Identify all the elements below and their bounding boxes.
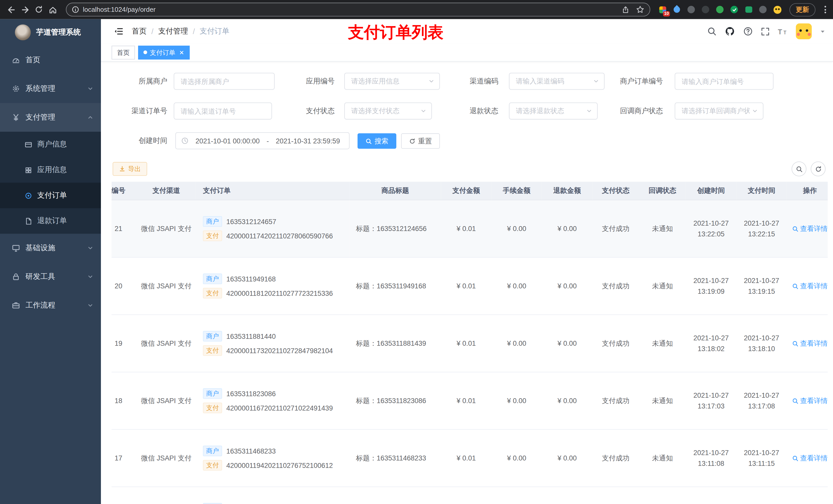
col-callback-status: 回调状态 [639,182,686,200]
toggle-search-button[interactable] [791,161,806,176]
merchant-filter-input[interactable] [174,73,275,90]
channel-code-filter-select[interactable]: 请输入渠道编码 [509,73,604,90]
extension-chat-icon[interactable] [744,5,753,14]
cell-actions: 查看详情 [787,430,828,487]
help-icon[interactable] [743,27,753,36]
date-range-start: 2021-10-01 00:00:00 [192,137,264,145]
search-button[interactable]: 搜索 [358,134,396,149]
view-detail-link[interactable]: 查看详情 [792,453,828,463]
create-time-filter-label: 创建时间 [109,132,167,149]
logo-avatar [15,24,31,40]
view-detail-link[interactable]: 查看详情 [792,396,828,405]
briefcase-icon [12,301,20,310]
sidebar-item-pay-management[interactable]: 支付管理 [0,103,101,131]
tab-home[interactable]: 首页 [112,45,135,59]
sidebar-item-pay-order[interactable]: 支付订单 [0,183,101,208]
close-icon[interactable] [179,50,185,55]
cell-amount: ¥ 0.01 [441,257,491,315]
fold-icon[interactable] [114,27,123,36]
sidebar-item-system[interactable]: 系统管理 [0,74,101,103]
refund-status-filter-select[interactable]: 请选择退款状态 [509,102,598,119]
table-row: 20 微信 JSAPI 支付 商户 1635311949168 支付 42000… [112,257,828,315]
app-logo[interactable]: 芋道管理系统 [0,19,101,46]
bookmark-star-icon[interactable] [636,5,644,14]
cell-amount: ¥ 0.01 [441,372,491,430]
sidebar-item-workflow[interactable]: 工作流程 [0,291,101,320]
info-icon[interactable] [72,6,79,13]
merchant-tag: 商户 [203,388,222,399]
extension-grid-icon[interactable]: 10 [658,5,667,14]
sidebar-item-merchant-info[interactable]: 商户信息 [0,131,101,157]
app-filter-select[interactable]: 请选择应用信息 [344,73,440,90]
create-time-range-picker[interactable]: 2021-10-01 00:00:00 - 2021-10-31 23:59:5… [175,132,349,149]
fullscreen-icon[interactable] [761,27,770,36]
reload-icon[interactable] [32,3,46,16]
merchant-order-no: 1635311949168 [227,275,276,283]
reset-button[interactable]: 重置 [401,134,440,149]
back-icon[interactable] [4,3,18,16]
view-detail-link[interactable]: 查看详情 [792,281,828,291]
col-refund: 退款金额 [542,182,592,200]
monitor-icon [12,244,20,252]
cell-pay-order: 商户 1635311823086 支付 42000011672021102710… [195,372,349,430]
caret-down-icon[interactable] [820,28,826,34]
user-avatar[interactable] [796,23,812,39]
sidebar-menu: 首页 系统管理 支付管理 商户信息 应用信息 [0,46,101,320]
sidebar-item-devtools[interactable]: 研发工具 [0,263,101,291]
tab-pay-order[interactable]: 支付订单 [138,45,190,59]
cell-amount [441,487,491,504]
browser-update-button[interactable]: 更新 [789,3,815,16]
merchant-tag: 商户 [203,216,222,226]
cell-pay-status: 支付成功 [593,430,639,487]
home-icon[interactable] [46,3,60,16]
extension-icon-1[interactable] [687,5,696,14]
sidebar-item-infrastructure[interactable]: 基础设施 [0,234,101,263]
extension-icon-3[interactable] [715,5,724,14]
merchant-order-no: 1635311881440 [227,332,276,340]
font-size-icon[interactable]: TT [778,27,788,36]
cell-callback-status: 未通知 [639,372,686,430]
table-row: 21 微信 JSAPI 支付 商户 1635312124657 支付 42000… [112,200,828,257]
callback-status-filter-select[interactable]: 请选择订单回调商户状态 [675,102,763,119]
url-bar[interactable]: localhost:1024/pay/order [66,3,650,16]
extension-face-icon[interactable] [772,5,782,14]
sidebar-item-refund-order[interactable]: 退款订单 [0,208,101,234]
extension-icon-2[interactable] [701,5,710,14]
cell-channel [137,487,195,504]
channel-order-no-filter-input[interactable] [174,102,272,119]
search-icon[interactable] [707,27,716,36]
merchant-order-no-filter-input[interactable] [675,73,774,90]
sidebar-item-home[interactable]: 首页 [0,46,101,74]
sidebar-item-app-info[interactable]: 应用信息 [0,157,101,183]
cell-channel: 微信 JSAPI 支付 [137,257,195,315]
cell-title [350,487,441,504]
share-icon[interactable] [622,6,629,14]
browser-chrome: localhost:1024/pay/order 10 更新 [0,0,833,19]
extension-drop-icon[interactable] [672,5,682,14]
view-detail-link[interactable]: 查看详情 [792,224,828,233]
refresh-table-button[interactable] [811,161,826,176]
kebab-menu-icon[interactable] [821,6,829,13]
pay-tag: 支付 [203,345,222,356]
github-icon[interactable] [724,26,735,37]
cell-amount: ¥ 0.01 [441,200,491,257]
cell-create-time: 2021-10-2713:17:03 [686,372,736,430]
forward-icon[interactable] [18,3,32,16]
extension-check-icon[interactable] [730,5,739,14]
breadcrumb-pay-management[interactable]: 支付管理 [158,27,188,36]
export-button[interactable]: 导出 [113,162,147,176]
view-detail-link[interactable]: 查看详情 [792,339,828,348]
cell-callback-status: 未通知 [639,257,686,315]
cell-refund: ¥ 0.00 [542,257,592,315]
cell-pay-order: 商户 1635311157186 支付 [195,487,349,504]
merchant-tag: 商户 [203,273,222,284]
cell-channel: 微信 JSAPI 支付 [137,430,195,487]
extension-icon-4[interactable] [758,5,768,14]
url-text: localhost:1024/pay/order [83,6,156,13]
channel-pay-no: 4200001173202110272847982104 [227,346,333,355]
pay-tag: 支付 [203,403,222,413]
pay-status-filter-select[interactable]: 请选择支付状态 [344,102,432,119]
cell-fee: ¥ 0.00 [491,200,542,257]
view-icon [792,340,799,346]
breadcrumb-home[interactable]: 首页 [132,27,146,36]
